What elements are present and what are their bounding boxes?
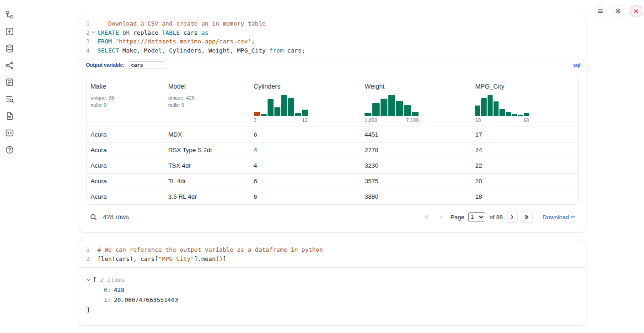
output-variable-row: Output variable: sql: [79, 59, 586, 70]
database-icon[interactable]: [4, 43, 15, 54]
column-name: Make: [91, 83, 161, 90]
code-token: ;: [252, 38, 255, 45]
table-row[interactable]: AcuraTSX 4dr4323022: [87, 158, 578, 173]
code-token: [len(cars), cars[: [97, 255, 158, 262]
output-list-item: 0:428: [86, 285, 579, 295]
previous-page-button[interactable]: [435, 211, 447, 223]
table-cell: 4: [250, 158, 361, 173]
code-line: 2[len(cars), cars["MPG_City"].mean()]: [79, 254, 580, 264]
table-row[interactable]: Acura3.5 RL 4dr6388018: [87, 189, 578, 204]
histogram-axis: 1060: [475, 117, 529, 123]
last-page-button[interactable]: [521, 211, 533, 223]
function-icon[interactable]: [4, 26, 15, 37]
download-label: Download: [542, 214, 569, 221]
histogram[interactable]: [365, 94, 419, 116]
table-body: AcuraMDX6445117AcuraRSX Type S 2dr427782…: [87, 127, 578, 204]
gear-icon[interactable]: [612, 5, 624, 17]
search-icon[interactable]: [90, 214, 97, 221]
code-line-text[interactable]: SELECT Make, Model, Cylinders, Weight, M…: [97, 46, 305, 55]
scratchpad-icon[interactable]: [4, 77, 15, 88]
table-cell: TSX 4dr: [165, 158, 250, 173]
code-token: from: [269, 47, 284, 54]
first-page-button[interactable]: [420, 211, 432, 223]
fold-chevron-icon[interactable]: [90, 28, 97, 37]
python-code-editor[interactable]: 1# We can reference the output variable …: [79, 240, 586, 267]
histogram-bar: [254, 112, 260, 116]
column-histogram: 1,8507,190: [365, 94, 419, 123]
column-header[interactable]: Makeunique: 38nulls: 0: [87, 77, 165, 127]
histogram-bar: [396, 101, 403, 116]
histogram-bar: [512, 114, 517, 116]
column-name: Model: [168, 83, 247, 90]
table-cell: Acura: [87, 143, 165, 158]
code-line-text[interactable]: CREATE OR replace TABLE cars as: [97, 28, 209, 37]
column-name: Weight: [365, 83, 468, 90]
collapse-chevron-icon[interactable]: [86, 279, 91, 281]
column-header[interactable]: MPG_City1060: [472, 77, 578, 127]
code-token: as: [201, 29, 209, 36]
document-icon[interactable]: [4, 111, 15, 122]
histogram-bar: [488, 95, 493, 116]
logs-search-icon[interactable]: [4, 94, 15, 105]
table-cell: 2778: [361, 143, 472, 158]
histogram-bar: [524, 113, 529, 116]
histogram[interactable]: [254, 94, 308, 116]
column-stats: unique: 38nulls: 0: [91, 94, 161, 109]
stat-value: unique: 425: [168, 94, 247, 101]
histogram-bar: [281, 95, 287, 116]
line-number: 4: [79, 46, 90, 55]
table-cell: 4451: [361, 127, 472, 142]
output-variable-input[interactable]: [129, 61, 165, 69]
table-cell: 3880: [361, 189, 472, 204]
code-line-text[interactable]: FROM 'https://datasets.marimo.app/cars.c…: [97, 37, 255, 46]
fold-spacer: [90, 245, 97, 254]
code-token: OR: [123, 29, 130, 36]
items-count: 2 Items: [100, 275, 125, 285]
histogram-bar: [295, 113, 301, 116]
table-cell: Acura: [87, 127, 165, 142]
next-page-button[interactable]: [506, 211, 518, 223]
hamburger-menu-icon[interactable]: [594, 5, 606, 17]
histogram-bar: [506, 112, 511, 116]
histogram-bar: [499, 109, 504, 116]
table-cell: 4: [250, 143, 361, 158]
dependency-graph-icon[interactable]: [4, 60, 15, 71]
sql-output-area: Makeunique: 38nulls: 0Modelunique: 425nu…: [79, 70, 586, 232]
data-table: Makeunique: 38nulls: 0Modelunique: 425nu…: [86, 77, 579, 205]
table-row[interactable]: AcuraRSX Type S 2dr4277824: [87, 142, 578, 158]
code-token: Make, Model, Cylinders, Weight, MPG_City: [119, 47, 269, 54]
table-cell: 6: [250, 189, 361, 204]
cell-gap: [79, 233, 586, 240]
download-button[interactable]: Download: [542, 214, 575, 221]
close-icon[interactable]: [630, 5, 642, 17]
table-row[interactable]: AcuraTL 4dr6357520: [87, 173, 578, 189]
table-cell: TL 4dr: [165, 174, 250, 189]
code-line: 3FROM 'https://datasets.marimo.app/cars.…: [79, 37, 580, 46]
column-header[interactable]: Weight1,8507,190: [361, 77, 472, 127]
help-icon[interactable]: [4, 144, 15, 155]
left-toolbar: [4, 9, 16, 155]
code-token: [112, 38, 115, 45]
code-line-text[interactable]: -- Download a CSV and create an in-memor…: [97, 19, 266, 28]
file-tree-icon[interactable]: [4, 9, 15, 20]
table-cell: RSX Type S 2dr: [165, 143, 250, 158]
histogram-bar: [274, 107, 280, 116]
histogram-bar: [481, 98, 486, 116]
python-cell: 1# We can reference the output variable …: [79, 240, 586, 326]
column-header[interactable]: Cylinders312: [250, 77, 361, 127]
code-line-text[interactable]: [len(cars), cars["MPG_City"].mean()]: [97, 254, 226, 264]
code-token: SELECT: [97, 47, 119, 54]
snippets-icon[interactable]: [4, 127, 15, 138]
histogram[interactable]: [475, 94, 529, 116]
axis-min-label: 3: [254, 117, 257, 123]
code-line: 1# We can reference the output variable …: [79, 245, 580, 254]
code-token: cars;: [284, 47, 305, 54]
axis-min-label: 1,850: [365, 117, 377, 123]
table-row[interactable]: AcuraMDX6445117: [87, 127, 578, 142]
sql-code-editor[interactable]: 1-- Download a CSV and create an in-memo…: [79, 14, 586, 59]
histogram-bar: [475, 106, 480, 116]
sql-cell: 1-- Download a CSV and create an in-memo…: [79, 14, 586, 233]
column-header[interactable]: Modelunique: 425nulls: 0: [165, 77, 250, 127]
code-line-text[interactable]: # We can reference the output variable a…: [97, 245, 323, 254]
page-select[interactable]: 1: [468, 212, 485, 222]
